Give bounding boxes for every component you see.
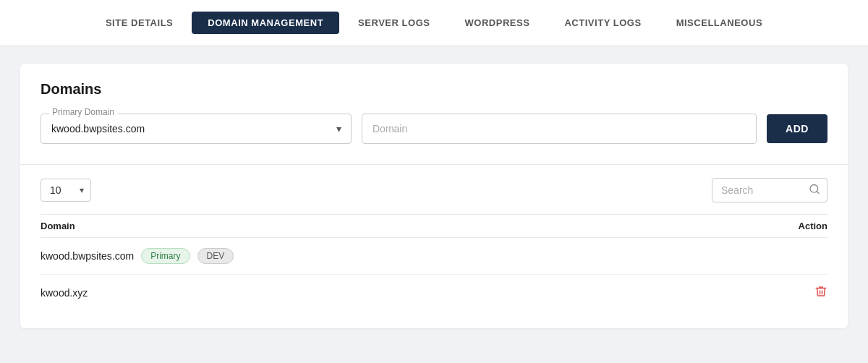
domain-cell: kwood.xyz	[41, 287, 88, 299]
table-row: kwood.xyz	[41, 275, 827, 311]
nav-tab-activity-logs[interactable]: ACTIVITY LOGS	[548, 12, 657, 34]
domain-input-row: Primary Domain kwood.bwpsites.com ▾ ADD	[41, 114, 827, 144]
action-cell	[814, 285, 827, 301]
card-title: Domains	[41, 81, 827, 98]
nav-tab-site-details[interactable]: SITE DETAILS	[90, 12, 189, 34]
table-row: kwood.bwpsites.comPrimaryDEV	[41, 238, 827, 275]
table-header-row: Domain Action	[41, 214, 827, 238]
top-navigation: SITE DETAILSDOMAIN MANAGEMENTSERVER LOGS…	[0, 0, 868, 46]
primary-domain-select[interactable]: kwood.bwpsites.com	[41, 114, 352, 144]
nav-tab-server-logs[interactable]: SERVER LOGS	[342, 12, 446, 34]
search-wrapper	[712, 178, 827, 202]
controls-row: 102550100 ▾	[41, 178, 827, 202]
per-page-wrapper: 102550100 ▾	[41, 179, 91, 202]
nav-tab-domain-management[interactable]: DOMAIN MANAGEMENT	[192, 12, 339, 34]
section-divider	[20, 164, 848, 165]
domains-card: Domains Primary Domain kwood.bwpsites.co…	[20, 64, 848, 328]
per-page-select[interactable]: 102550100	[41, 179, 91, 202]
badge-primary: Primary	[141, 248, 190, 264]
nav-tab-miscellaneous[interactable]: MISCELLANEOUS	[660, 12, 778, 34]
delete-icon[interactable]	[814, 285, 827, 301]
search-input[interactable]	[712, 178, 827, 202]
add-domain-button[interactable]: ADD	[767, 114, 827, 143]
badge-dev: DEV	[197, 248, 234, 264]
domain-text-input[interactable]	[362, 114, 757, 144]
main-content: Domains Primary Domain kwood.bwpsites.co…	[0, 46, 868, 363]
col-action-header: Action	[799, 221, 827, 231]
domain-name: kwood.bwpsites.com	[41, 250, 134, 262]
domain-cell: kwood.bwpsites.comPrimaryDEV	[41, 248, 234, 264]
primary-domain-wrapper: Primary Domain kwood.bwpsites.com ▾	[41, 114, 352, 144]
table-body: kwood.bwpsites.comPrimaryDEVkwood.xyz	[41, 238, 827, 311]
domain-name: kwood.xyz	[41, 287, 88, 299]
col-domain-header: Domain	[41, 221, 75, 231]
nav-tab-wordpress[interactable]: WORDPRESS	[449, 12, 546, 34]
